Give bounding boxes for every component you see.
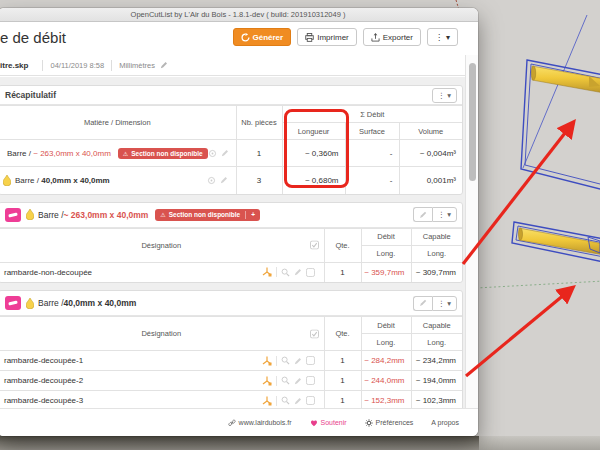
- part-row[interactable]: rambarde-decoupée-1 1 ~ 284,2mm ~ 23: [0, 351, 462, 371]
- window-titlebar[interactable]: OpenCutList by L'Air du Bois - 1.8.1-dev…: [0, 8, 478, 22]
- dialog-content: Récapitulatif ⋮ ▾ Matière / Dimension Nb…: [0, 77, 465, 408]
- preferences-link[interactable]: Préférences: [356, 419, 423, 427]
- section-warning-badge[interactable]: ⚠ Section non disponible +: [155, 209, 260, 221]
- group-menu-button[interactable]: ⋮ ▾: [432, 207, 457, 222]
- caret-down-icon: ▾: [447, 299, 451, 308]
- summary-table: Matière / Dimension Nb. pièces Σ Débit L…: [0, 105, 462, 194]
- material-color-icon: [26, 209, 34, 220]
- summary-title: Récapitulatif: [5, 90, 56, 100]
- summary-row[interactable]: Barre / 40,0mm x 40,0mm 3 ~ 0,680m - 0,0…: [0, 167, 462, 194]
- magnifier-icon[interactable]: [281, 268, 290, 277]
- printer-icon: [305, 33, 314, 42]
- pencil-icon[interactable]: [294, 268, 302, 276]
- debit-value: ~ 244,0mm: [361, 371, 411, 391]
- yellow-bar-lower[interactable]: [519, 228, 600, 255]
- dialog-footer: www.lairdubois.fr Soutenir Préférences A…: [0, 408, 478, 436]
- capable-value: ~ 194,0mm: [411, 371, 462, 391]
- magnifier-icon[interactable]: [281, 376, 290, 385]
- qty-value: 1: [236, 140, 282, 167]
- qty-value: 1: [324, 262, 361, 282]
- checkbox-icon[interactable]: [306, 268, 315, 277]
- toolbar: e de débit Générer Imprimer Exporter ⋮ ▾: [0, 22, 478, 55]
- checkbox-icon[interactable]: [306, 376, 315, 385]
- annotation-box-longueur: [284, 109, 349, 188]
- material-name: Barre / 40,0mm x 40,0mm: [15, 176, 110, 185]
- model-bar-lower[interactable]: [512, 222, 600, 262]
- volume-value: 0,001m³: [399, 167, 462, 194]
- kebab-icon: ⋮: [435, 33, 443, 42]
- highlight-part-icon[interactable]: [262, 396, 272, 406]
- part-row[interactable]: rambarde-non-decoupée 1 ~ 359,7mm ~: [0, 262, 462, 282]
- export-button[interactable]: Exporter: [363, 28, 421, 46]
- group-menu-button[interactable]: ⋮ ▾: [432, 296, 457, 311]
- edit-units-icon[interactable]: [160, 61, 168, 69]
- select-all-icon[interactable]: [310, 241, 319, 250]
- crosshair-icon[interactable]: [207, 176, 216, 185]
- viewport-bottom-shadow: [479, 436, 600, 450]
- add-section-icon[interactable]: +: [251, 211, 255, 218]
- section-warning-badge: ⚠Section non disponible: [118, 148, 208, 159]
- col-debit: Débit: [361, 317, 411, 334]
- select-all-icon[interactable]: [310, 329, 319, 338]
- pencil-icon[interactable]: [221, 149, 229, 157]
- pencil-icon[interactable]: [294, 377, 302, 385]
- lairdubois-link[interactable]: www.lairdubois.fr: [219, 419, 301, 427]
- part-row[interactable]: rambarde-decoupée-2 1 ~ 244,0mm ~ 19: [0, 371, 462, 391]
- pencil-icon[interactable]: [294, 357, 302, 365]
- group-edit-button[interactable]: [413, 296, 432, 311]
- col-qty: Qte.: [324, 317, 361, 351]
- capable-value: ~ 234,2mm: [411, 351, 462, 371]
- highlight-part-icon[interactable]: [262, 267, 272, 277]
- capable-value: ~ 309,7mm: [411, 262, 462, 282]
- sketchup-viewport: OpenCutList by L'Air du Bois - 1.8.1-dev…: [0, 0, 600, 450]
- col-material: Matière / Dimension: [0, 106, 236, 140]
- units-label: Millimètres: [119, 61, 155, 70]
- col-capable-long: Long.: [411, 334, 462, 351]
- pencil-icon[interactable]: [220, 176, 228, 184]
- scrollbar-thumb[interactable]: [469, 63, 476, 181]
- gear-icon: [365, 419, 373, 427]
- kebab-icon: ⋮: [438, 210, 446, 219]
- support-link[interactable]: Soutenir: [301, 419, 356, 427]
- summary-row[interactable]: Barre / ~ 263,0mm x 40,0mm ⚠Section non …: [0, 140, 462, 167]
- part-name: rambarde-decoupée-1: [4, 356, 83, 365]
- bar-material-icon: [5, 296, 21, 310]
- magnifier-icon[interactable]: [281, 356, 290, 365]
- warning-icon: ⚠: [160, 211, 165, 218]
- volume-value: ~ 0,004m³: [399, 140, 462, 167]
- col-debit: Débit: [361, 228, 411, 245]
- col-qty: Nb. pièces: [236, 106, 282, 140]
- checkbox-icon[interactable]: [306, 356, 315, 365]
- checkbox-icon[interactable]: [306, 396, 315, 405]
- green-axis-line: [458, 281, 600, 289]
- magnifier-icon[interactable]: [281, 396, 290, 405]
- tab-model-file[interactable]: itre.skp: [0, 61, 35, 70]
- parts-table: Désignation Qte. Débit Capable Long. Lon…: [0, 228, 462, 283]
- about-link[interactable]: A propos: [422, 419, 468, 426]
- model-bar-upper[interactable]: [521, 15, 600, 190]
- window-title: OpenCutList by L'Air du Bois - 1.8.1-dev…: [131, 10, 346, 19]
- highlight-part-icon[interactable]: [262, 376, 272, 386]
- qty-value: 1: [324, 371, 361, 391]
- col-volume: Volume: [399, 123, 462, 140]
- caret-down-icon: ▾: [446, 33, 450, 42]
- caret-down-icon: ▾: [447, 91, 451, 100]
- col-surface: Surface: [345, 123, 399, 140]
- kebab-icon: ⋮: [438, 299, 446, 308]
- highlight-part-icon[interactable]: [262, 356, 272, 366]
- export-icon: [371, 33, 380, 42]
- header-menu-button[interactable]: ⋮ ▾: [427, 28, 458, 46]
- qty-value: 1: [324, 351, 361, 371]
- part-name: rambarde-decoupée-2: [4, 376, 83, 385]
- crosshair-icon[interactable]: [208, 149, 217, 158]
- summary-menu-button[interactable]: ⋮ ▾: [432, 88, 457, 103]
- group-edit-button[interactable]: [413, 207, 432, 222]
- refresh-icon: [241, 33, 250, 42]
- material-name: Barre / ~ 263,0mm x 40,0mm: [7, 149, 111, 158]
- generate-button[interactable]: Générer: [233, 28, 292, 46]
- summary-panel: Récapitulatif ⋮ ▾ Matière / Dimension Nb…: [0, 85, 463, 195]
- part-name: rambarde-non-decoupée: [4, 268, 92, 277]
- pencil-icon[interactable]: [294, 397, 302, 405]
- link-icon: [228, 419, 236, 427]
- print-button[interactable]: Imprimer: [297, 28, 357, 46]
